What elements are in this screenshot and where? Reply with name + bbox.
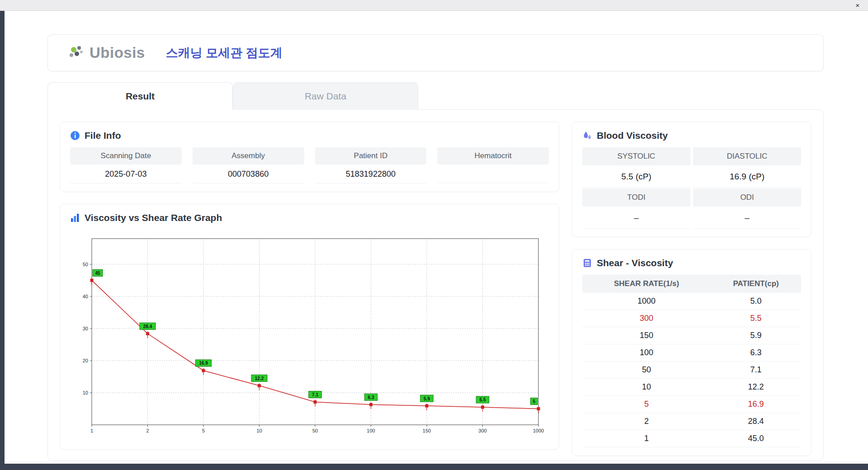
svg-text:100: 100	[367, 428, 375, 433]
svg-text:5: 5	[533, 399, 535, 404]
bv-value-diastolic: 16.9 (cP)	[693, 166, 801, 188]
right-column: Blood Viscosity SYSTOLICDIASTOLIC5.5 (cP…	[572, 122, 811, 449]
svg-text:6.3: 6.3	[368, 395, 374, 400]
tab-result[interactable]: Result	[47, 82, 233, 110]
shear-viscosity-title: Shear - Viscosity	[582, 258, 801, 268]
shear-rate-cell: 2	[582, 413, 711, 430]
svg-text:45: 45	[95, 271, 100, 276]
field-label: Scanning Date	[70, 147, 182, 164]
bv-value-systolic: 5.5 (cP)	[582, 166, 690, 188]
bv-label-systolic: SYSTOLIC	[582, 147, 690, 165]
graph-title: Viscosity vs Shear Rate Graph	[70, 212, 549, 223]
table-row: 507.1	[582, 362, 801, 379]
app-window: Ubiosis 스캐닝 모세관 점도계 Result Raw Data File…	[5, 11, 868, 464]
logo-text: Ubiosis	[90, 44, 145, 61]
blood-viscosity-title: Blood Viscosity	[582, 130, 801, 141]
table-row: 516.9	[582, 396, 801, 413]
field-value: 2025-07-03	[70, 164, 182, 183]
bv-value-odi: –	[693, 207, 801, 229]
table-row: 1505.9	[582, 327, 801, 344]
file-info-field-patient-id: Patient ID51831922800	[315, 147, 427, 183]
file-info-fields: Scanning Date2025-07-03Assembly000703860…	[70, 147, 549, 183]
window-titlebar: ×	[0, 0, 868, 11]
file-info-field-hematocrit: Hematocrit	[437, 147, 549, 183]
svg-text:1: 1	[90, 428, 93, 433]
shear-rate-cell: 1	[582, 430, 711, 447]
shear-rate-cell: 10	[582, 379, 711, 396]
table-row: 10005.0	[582, 293, 801, 310]
shear-rate-cell: 50	[582, 362, 711, 379]
svg-text:5: 5	[202, 428, 205, 433]
table-header: SHEAR RATE(1/s)	[582, 275, 711, 293]
file-info-card: File Info Scanning Date2025-07-03Assembl…	[60, 122, 559, 192]
file-info-field-scanning-date: Scanning Date2025-07-03	[70, 147, 182, 183]
file-info-field-assembly: Assembly000703860	[193, 147, 304, 183]
window-close-button[interactable]: ×	[853, 1, 863, 10]
shear-rate-cell: 5	[582, 396, 711, 413]
table-row: 1012.2	[582, 379, 801, 396]
svg-text:40: 40	[83, 294, 88, 299]
svg-text:16.9: 16.9	[199, 361, 208, 366]
chart-point-label: 5.9	[420, 395, 434, 402]
chart-point-label: 7.1	[309, 391, 322, 398]
bv-label-todi: TODI	[582, 188, 690, 207]
file-info-title-text: File Info	[85, 130, 121, 141]
bv-value-todi: –	[582, 207, 690, 229]
shear-rate-cell: 100	[582, 344, 711, 362]
blood-viscosity-grid: SYSTOLICDIASTOLIC5.5 (cP)16.9 (cP)TODIOD…	[582, 147, 801, 229]
shear-viscosity-card: Shear - Viscosity SHEAR RATE(1/s)PATIENT…	[572, 249, 811, 456]
svg-text:20: 20	[83, 358, 88, 363]
chart-point-label: 16.9	[196, 360, 212, 367]
field-value	[437, 164, 549, 183]
svg-text:150: 150	[423, 428, 431, 433]
svg-text:5.9: 5.9	[424, 396, 430, 401]
table-row: 228.4	[582, 413, 801, 430]
chart-point-label: 12.2	[251, 375, 267, 381]
field-value: 51831922800	[315, 164, 427, 183]
chart-point-label: 45	[93, 269, 103, 276]
svg-text:30: 30	[83, 326, 88, 331]
field-label: Patient ID	[315, 147, 427, 164]
graph-title-text: Viscosity vs Shear Rate Graph	[85, 212, 222, 223]
app-title: 스캐닝 모세관 점도계	[166, 45, 283, 61]
shear-rate-cell: 1000	[582, 293, 711, 310]
svg-text:1000: 1000	[533, 428, 544, 433]
tab-raw-data[interactable]: Raw Data	[233, 82, 418, 110]
field-value: 000703860	[193, 164, 304, 183]
svg-text:300: 300	[478, 428, 486, 433]
logo-dots-icon	[68, 43, 87, 62]
shear-viscosity-title-text: Shear - Viscosity	[597, 258, 673, 268]
bv-label-odi: ODI	[693, 188, 801, 207]
patient-cp-cell: 6.3	[711, 344, 801, 362]
svg-text:5.5: 5.5	[480, 397, 486, 402]
svg-text:28.4: 28.4	[143, 324, 152, 329]
tab-bar: Result Raw Data	[47, 82, 418, 110]
patient-cp-cell: 5.9	[711, 327, 801, 344]
chart-point-label: 6.3	[364, 394, 377, 400]
table-icon	[582, 258, 592, 268]
patient-cp-cell: 12.2	[711, 379, 801, 396]
chart-point-label: 5.5	[476, 396, 489, 403]
patient-cp-cell: 5.0	[711, 293, 801, 310]
svg-text:50: 50	[312, 428, 318, 433]
field-label: Assembly	[193, 147, 304, 164]
file-info-title: File Info	[70, 130, 549, 141]
svg-text:10: 10	[256, 428, 262, 433]
patient-cp-cell: 45.0	[711, 430, 801, 447]
shear-viscosity-table: SHEAR RATE(1/s)PATIENT(cp)10005.03005.51…	[582, 275, 801, 447]
bar-chart-icon	[70, 213, 80, 223]
table-row: 3005.5	[582, 310, 801, 327]
shear-rate-cell: 150	[582, 327, 711, 344]
svg-text:10: 10	[83, 390, 88, 395]
ubiosis-logo: Ubiosis	[68, 43, 145, 62]
chart-point-label: 28.4	[140, 323, 156, 329]
graph-card: Viscosity vs Shear Rate Graph 1251050100…	[60, 204, 559, 450]
droplets-icon	[582, 131, 592, 141]
left-column: File Info Scanning Date2025-07-03Assembl…	[60, 122, 559, 449]
table-row: 1006.3	[582, 344, 801, 362]
result-panel: File Info Scanning Date2025-07-03Assembl…	[47, 109, 824, 461]
svg-text:12.2: 12.2	[255, 376, 264, 381]
patient-cp-cell: 16.9	[711, 396, 801, 413]
blood-viscosity-card: Blood Viscosity SYSTOLICDIASTOLIC5.5 (cP…	[572, 122, 811, 237]
svg-text:50: 50	[83, 262, 88, 267]
